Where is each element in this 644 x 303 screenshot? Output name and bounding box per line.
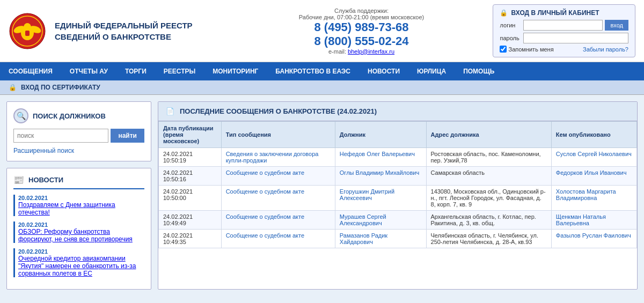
nav-help[interactable]: ПОМОЩЬ [455, 62, 503, 80]
debtor-link-4[interactable]: Рамазанов Радик Хайдарович [340, 232, 387, 245]
advanced-search-link[interactable]: Расширенный поиск [13, 147, 74, 154]
login-button[interactable]: вход [605, 20, 628, 31]
login-options: Запомнить меня Забыли пароль? [500, 46, 628, 53]
search-box: 🔍 ПОИСК ДОЛЖНИКОВ найти Расширенный поис… [6, 101, 151, 161]
cell-date-2: 24.02.202110:50:00 [159, 186, 222, 211]
cell-publisher-0: Суслов Сергей Николаевич [551, 148, 636, 167]
type-link-0[interactable]: Сведения о заключении договора купли-про… [226, 151, 319, 164]
news-link-0[interactable]: Поздравляем с Днем защитника отечества! [18, 201, 115, 216]
nav-registers[interactable]: РЕЕСТРЫ [155, 62, 204, 80]
table-row: 24.02.202110:50:19 Сведения о заключении… [159, 148, 637, 167]
publisher-link-2[interactable]: Холостова Маргарита Владимировна [556, 188, 616, 201]
cell-debtor-0: Нефедов Олег Валерьевич [335, 148, 426, 167]
login-title: 🔒 ВХОД В ЛИЧНЫЙ КАБИНЕТ [500, 9, 628, 17]
remember-me-label[interactable]: Запомнить меня [500, 46, 553, 53]
cell-debtor-1: Оглы Владимир Михайлович [335, 167, 426, 186]
login-row: логин вход [500, 20, 628, 31]
search-input[interactable] [13, 129, 108, 143]
col-publisher: Кем опубликовано [551, 122, 636, 148]
cell-debtor-4: Рамазанов Радик Хайдарович [335, 230, 426, 248]
email-link[interactable]: bhelp@interfax.ru [348, 48, 394, 55]
news-item-1: 20.02.2021 ОБЗОР: Реформу банкротства фо… [13, 221, 144, 243]
cell-debtor-3: Мурашев Сергей Александрович [335, 211, 426, 230]
cert-label: ВХОД ПО СЕРТИФИКАТУ [21, 84, 100, 91]
news-link-2[interactable]: Очередной кредитор авиакомпании "Якутия"… [18, 255, 136, 277]
nav-reports[interactable]: ОТЧЕТЫ АУ [61, 62, 116, 80]
password-label: пароль [500, 35, 521, 41]
main-nav: СООБЩЕНИЯ ОТЧЕТЫ АУ ТОРГИ РЕЕСТРЫ МОНИТО… [0, 62, 644, 80]
advanced-search-link-container: Расширенный поиск [13, 147, 144, 154]
cell-debtor-2: Егорушкин Дмитрий Алексеевич [335, 186, 426, 211]
cell-address-1: Самарская область [426, 167, 551, 186]
cell-publisher-4: Фазылов Руслан Фаилович [551, 230, 636, 248]
cell-date-3: 24.02.202110:49:49 [159, 211, 222, 230]
cell-publisher-3: Щенкман Наталья Валерьевна [551, 211, 636, 230]
news-date-2: 20.02.2021 [18, 248, 144, 255]
cell-type-4: Сообщение о судебном акте [221, 230, 335, 248]
nav-eaes[interactable]: БАНКРОТСТВО В ЕАЭС [267, 62, 359, 80]
debtor-link-0[interactable]: Нефедов Олег Валерьевич [340, 151, 415, 157]
cell-type-1: Сообщение о судебном акте [221, 167, 335, 186]
publisher-link-1[interactable]: Федорков Илья Иванович [556, 169, 627, 176]
cert-bar[interactable]: 🔒 ВХОД ПО СЕРТИФИКАТУ [0, 80, 644, 95]
nav-messages[interactable]: СООБЩЕНИЯ [0, 62, 61, 80]
cell-date-0: 24.02.202110:50:19 [159, 148, 222, 167]
cell-publisher-2: Холостова Маргарита Владимировна [551, 186, 636, 211]
col-address: Адрес должника [426, 122, 551, 148]
cell-date-1: 24.02.202110:50:16 [159, 167, 222, 186]
phone1: 8 (495) 989-73-68 [230, 20, 493, 34]
news-icon: 📰 [13, 175, 24, 185]
nav-monitoring[interactable]: МОНИТОРИНГ [204, 62, 267, 80]
support-info: Служба поддержки: Рабочие дни, 07:00-21:… [230, 8, 493, 55]
publisher-link-3[interactable]: Щенкман Наталья Валерьевна [556, 213, 606, 226]
phone2: 8 (800) 555-02-24 [230, 34, 493, 48]
search-button[interactable]: найти [111, 129, 144, 143]
messages-table: Дата публикации (время московское) Тип с… [158, 121, 637, 248]
site-title: ЕДИНЫЙ ФЕДЕРАЛЬНЫЙ РЕЕСТР СВЕДЕНИЙ О БАН… [55, 20, 230, 42]
support-hours: Рабочие дни, 07:00-21:00 (время московск… [230, 14, 493, 20]
nav-auctions[interactable]: ТОРГИ [116, 62, 155, 80]
left-panel: 🔍 ПОИСК ДОЛЖНИКОВ найти Расширенный поис… [6, 101, 151, 290]
debtor-link-3[interactable]: Мурашев Сергей Александрович [340, 213, 386, 226]
cell-address-3: Архангельская область, г. Котлас, пер. Р… [426, 211, 551, 230]
support-label: Служба поддержки: [230, 8, 493, 14]
search-row: найти [13, 129, 144, 143]
news-item-2: 20.02.2021 Очередной кредитор авиакомпан… [13, 248, 144, 277]
type-link-2[interactable]: Сообщение о судебном акте [226, 188, 304, 195]
type-link-3[interactable]: Сообщение о судебном акте [226, 213, 304, 220]
svg-rect-6 [25, 31, 30, 36]
login-input[interactable] [523, 20, 603, 31]
password-input[interactable] [523, 33, 628, 43]
remember-me-checkbox[interactable] [500, 46, 507, 53]
forgot-password-link[interactable]: Забыли пароль? [583, 46, 628, 53]
publisher-link-0[interactable]: Суслов Сергей Николаевич [556, 151, 632, 157]
cell-date-4: 24.02.202110:49:35 [159, 230, 222, 248]
nav-news[interactable]: НОВОСТИ [359, 62, 408, 80]
table-row: 24.02.202110:49:49 Сообщение о судебном … [159, 211, 637, 230]
search-title: 🔍 ПОИСК ДОЛЖНИКОВ [13, 108, 144, 123]
table-header-row: Дата публикации (время московское) Тип с… [159, 122, 637, 148]
news-date-0: 20.02.2021 [18, 195, 144, 201]
type-link-4[interactable]: Сообщение о судебном акте [226, 232, 304, 239]
email-info: e-mail: bhelp@interfax.ru [230, 48, 493, 55]
publisher-link-4[interactable]: Фазылов Руслан Фаилович [556, 232, 631, 239]
doc-icon: 📄 [166, 107, 174, 115]
type-link-1[interactable]: Сообщение о судебном акте [226, 169, 304, 176]
news-title: 📰 НОВОСТИ [13, 175, 144, 189]
news-date-1: 20.02.2021 [18, 221, 144, 228]
news-item-0: 20.02.2021 Поздравляем с Днем защитника … [13, 195, 144, 216]
debtor-link-2[interactable]: Егорушкин Дмитрий Алексеевич [340, 188, 394, 201]
cell-address-0: Ростовская область, пос. Каменоломни, пе… [426, 148, 551, 167]
debtor-link-1[interactable]: Оглы Владимир Михайлович [340, 169, 419, 176]
main-content: 🔍 ПОИСК ДОЛЖНИКОВ найти Расширенный поис… [0, 95, 644, 296]
table-row: 24.02.202110:50:00 Сообщение о судебном … [159, 186, 637, 211]
news-link-1[interactable]: ОБЗОР: Реформу банкротства форсируют, не… [18, 228, 133, 243]
cell-type-3: Сообщение о судебном акте [221, 211, 335, 230]
news-box: 📰 НОВОСТИ 20.02.2021 Поздравляем с Днем … [6, 168, 151, 290]
nav-legal[interactable]: ЮРЛИЦА [408, 62, 455, 80]
login-form: логин вход пароль [500, 20, 628, 43]
cell-publisher-1: Федорков Илья Иванович [551, 167, 636, 186]
table-row: 24.02.202110:50:16 Сообщение о судебном … [159, 167, 637, 186]
col-date: Дата публикации (время московское) [159, 122, 222, 148]
password-row: пароль [500, 33, 628, 43]
